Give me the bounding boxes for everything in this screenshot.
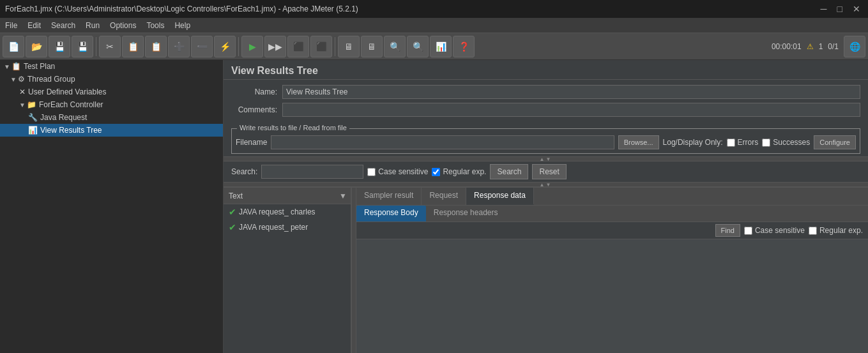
- form-area: Name: Comments:: [224, 80, 868, 126]
- successes-checkbox[interactable]: [762, 139, 770, 147]
- sub-tab-response-headers[interactable]: Response headers: [426, 206, 506, 222]
- tree-item-foreach-controller[interactable]: ▼📁ForEach Controller: [0, 98, 223, 111]
- list-header-text: Text: [224, 192, 335, 200]
- remote-run-btn[interactable]: 🖥: [338, 36, 360, 57]
- find-bar: Find Case sensitive Regular exp.: [356, 222, 868, 239]
- toggle-btn[interactable]: ⚡: [214, 36, 236, 57]
- save-btn[interactable]: 💾: [49, 36, 70, 57]
- tree-item-view-results-tree[interactable]: 📊View Results Tree: [0, 124, 223, 137]
- errors-checkbox-row: Errors: [727, 138, 759, 147]
- reset-btn[interactable]: Reset: [532, 164, 566, 179]
- list-item-label: JAVA request_ peter: [239, 223, 308, 232]
- configure-btn[interactable]: Configure: [814, 135, 856, 149]
- minimize-btn[interactable]: ─: [818, 4, 830, 14]
- menu-item-file[interactable]: File: [0, 19, 22, 32]
- regular-exp-label: Regular exp.: [443, 167, 486, 176]
- drag-handle-vertical[interactable]: [351, 188, 356, 353]
- filename-label: Filename: [236, 138, 267, 147]
- menu-item-options[interactable]: Options: [105, 19, 141, 32]
- browse-btn[interactable]: Browse...: [618, 135, 659, 149]
- successes-label: Successes: [773, 138, 810, 147]
- toolbar-sep-1: [96, 37, 96, 56]
- expand-btn[interactable]: ➕: [168, 36, 190, 57]
- tree-label-user-defined-variables: User Defined Variables: [28, 87, 107, 96]
- case-sensitive-row: Case sensitive: [367, 167, 428, 176]
- stop-btn[interactable]: ⬛: [287, 36, 309, 57]
- tree-item-thread-group[interactable]: ▼⚙Thread Group: [0, 73, 223, 86]
- sub-tab-response-body[interactable]: Response Body: [356, 206, 426, 222]
- find-case-sensitive-row: Case sensitive: [744, 226, 805, 235]
- shutdown-btn[interactable]: ⬛: [310, 36, 332, 57]
- successes-checkbox-row: Successes: [762, 138, 810, 147]
- result-tab-sampler-result[interactable]: Sampler result: [356, 188, 422, 205]
- find-case-sensitive-checkbox[interactable]: [744, 227, 752, 235]
- search-btn[interactable]: Search: [490, 164, 528, 179]
- run-time: 00:00:01: [772, 42, 802, 51]
- result-tab-response-data[interactable]: Response data: [466, 188, 534, 205]
- list-item[interactable]: ✔JAVA request_ peter: [224, 220, 351, 235]
- case-sensitive-checkbox[interactable]: [367, 168, 376, 176]
- tree-item-user-defined-variables[interactable]: ✕User Defined Variables: [0, 86, 223, 98]
- menu-item-tools[interactable]: Tools: [141, 19, 169, 32]
- remote-stop-btn[interactable]: 🖥: [361, 36, 383, 57]
- paste-btn[interactable]: 📋: [145, 36, 167, 57]
- menu-item-help[interactable]: Help: [169, 19, 195, 32]
- search-input[interactable]: [261, 165, 363, 179]
- remote-engine-btn[interactable]: 🌐: [844, 36, 865, 57]
- regular-exp-checkbox[interactable]: [432, 168, 440, 176]
- run-no-pause-btn[interactable]: ▶▶: [264, 36, 286, 57]
- titlebar-controls: ─ □ ✕: [818, 4, 863, 14]
- copy-btn[interactable]: 📋: [122, 36, 144, 57]
- open-btn[interactable]: 📂: [26, 36, 47, 57]
- drag-handle-top[interactable]: ▲▼: [224, 156, 868, 161]
- find-case-sensitive-label: Case sensitive: [755, 226, 805, 235]
- find-regular-exp-row: Regular exp.: [809, 226, 863, 235]
- find-regular-exp-checkbox[interactable]: [809, 227, 817, 235]
- file-row: Filename Browse... Log/Display Only: Err…: [236, 135, 856, 149]
- close-btn[interactable]: ✕: [850, 4, 863, 14]
- list-dropdown-arrow[interactable]: ▼: [335, 192, 351, 200]
- content-area: [356, 239, 868, 353]
- name-row: Name:: [231, 85, 860, 99]
- comments-input[interactable]: [282, 103, 860, 117]
- tree-item-test-plan[interactable]: ▼📋Test Plan: [0, 60, 223, 73]
- menu-item-run[interactable]: Run: [80, 19, 105, 32]
- run-btn[interactable]: ▶: [241, 36, 263, 57]
- search-bar: Search: Case sensitive Regular exp. Sear…: [224, 161, 868, 182]
- list-items: ✔JAVA request_ charles✔JAVA request_ pet…: [224, 204, 351, 353]
- case-sensitive-label: Case sensitive: [378, 167, 428, 176]
- tree-label-foreach-controller: ForEach Controller: [39, 100, 103, 109]
- tree-item-java-request[interactable]: 🔧Java Request: [0, 111, 223, 124]
- menu-item-edit[interactable]: Edit: [22, 19, 46, 32]
- clear-btn[interactable]: 🔍: [384, 36, 406, 57]
- titlebar-title: ForEach1.jmx (C:\Users\Administrator\Des…: [5, 4, 358, 13]
- warning-count: 1: [819, 42, 823, 51]
- maximize-btn[interactable]: □: [835, 4, 845, 14]
- errors-checkbox[interactable]: [727, 139, 735, 147]
- cut-btn[interactable]: ✂: [99, 36, 121, 57]
- collapse-btn[interactable]: ➖: [191, 36, 213, 57]
- tree-arrow: ▼: [10, 76, 17, 83]
- drag-handle-2[interactable]: ▲▼: [224, 182, 868, 187]
- list-item[interactable]: ✔JAVA request_ charles: [224, 204, 351, 220]
- menu-item-search[interactable]: Search: [46, 19, 80, 32]
- result-tab-request[interactable]: Request: [422, 188, 466, 205]
- name-input[interactable]: [282, 85, 860, 99]
- result-panel: Sampler resultRequestResponse data Respo…: [356, 188, 868, 353]
- check-icon: ✔: [229, 222, 236, 232]
- help-btn[interactable]: ❓: [453, 36, 475, 57]
- find-btn[interactable]: Find: [715, 224, 740, 237]
- tree-label-test-plan: Test Plan: [24, 62, 55, 71]
- toolbar-sep-2: [238, 37, 239, 56]
- save-as-btn[interactable]: 💾: [72, 36, 93, 57]
- titlebar: ForEach1.jmx (C:\Users\Administrator\Des…: [0, 0, 868, 18]
- toolbar-time-area: 00:00:01 ⚠ 1 0/1 🌐: [772, 36, 865, 57]
- tree-icon-foreach-controller: 📁: [27, 100, 36, 109]
- filename-input[interactable]: [271, 135, 614, 149]
- comments-row: Comments:: [231, 103, 860, 117]
- function-helper-btn[interactable]: 📊: [430, 36, 452, 57]
- clear-all-btn[interactable]: 🔍: [407, 36, 429, 57]
- new-btn[interactable]: 📄: [3, 36, 24, 57]
- tree-label-view-results-tree: View Results Tree: [40, 126, 102, 135]
- log-display-label: Log/Display Only:: [663, 138, 723, 147]
